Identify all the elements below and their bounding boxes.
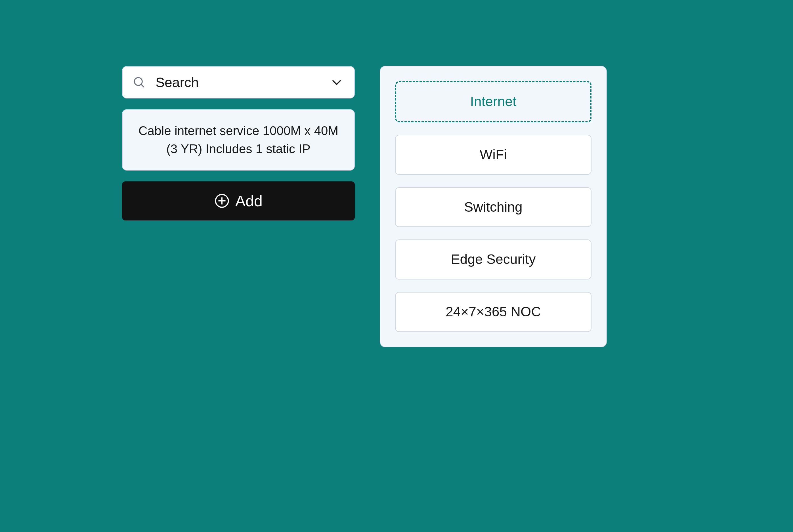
categories-panel: Internet WiFi Switching Edge Security 24… <box>380 66 607 347</box>
category-label: WiFi <box>480 146 507 164</box>
category-item-noc[interactable]: 24×7×365 NOC <box>395 292 591 332</box>
add-button[interactable]: Add <box>122 181 355 221</box>
chevron-down-icon <box>331 76 343 89</box>
category-label: Edge Security <box>451 250 536 269</box>
service-description-text: Cable internet service 1000M x 40M (3 YR… <box>138 124 338 156</box>
svg-line-1 <box>141 84 144 87</box>
service-description-card: Cable internet service 1000M x 40M (3 YR… <box>122 109 355 171</box>
category-item-internet[interactable]: Internet <box>395 81 591 122</box>
plus-circle-icon <box>214 193 230 209</box>
category-item-wifi[interactable]: WiFi <box>395 135 591 175</box>
search-icon <box>133 76 145 89</box>
search-placeholder: Search <box>155 75 320 90</box>
category-item-switching[interactable]: Switching <box>395 187 591 227</box>
search-dropdown[interactable]: Search <box>122 66 355 98</box>
category-item-edge-security[interactable]: Edge Security <box>395 240 591 280</box>
category-label: Switching <box>464 198 522 216</box>
add-button-label: Add <box>235 192 263 210</box>
left-column: Search Cable internet service 1000M x 40… <box>122 66 355 221</box>
category-label: 24×7×365 NOC <box>446 303 541 321</box>
category-label: Internet <box>470 93 516 111</box>
